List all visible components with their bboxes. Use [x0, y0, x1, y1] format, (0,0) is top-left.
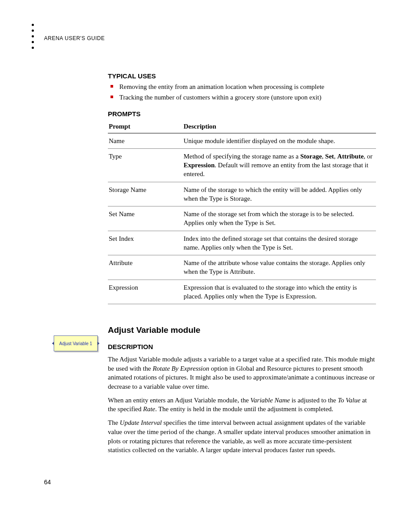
description-paragraph-1: The Adjust Variable module adjusts a var… — [108, 355, 376, 391]
connector-left-icon — [52, 342, 54, 345]
prompt-cell: Type — [108, 148, 183, 182]
adjust-variable-module-icon: Adjust Variable 1 — [54, 335, 98, 351]
prompts-table: Prompt Description Name Unique module id… — [108, 120, 376, 305]
desc-cell: Name of the storage set from which the s… — [183, 206, 376, 231]
col-prompt: Prompt — [108, 120, 183, 133]
desc-cell: Name of the attribute whose value contai… — [183, 255, 376, 280]
list-item: Tracking the number of customers within … — [108, 93, 376, 102]
table-row: Name Unique module identifier displayed … — [108, 133, 376, 148]
prompt-cell: Attribute — [108, 255, 183, 280]
table-row: Set Index Index into the defined storage… — [108, 231, 376, 255]
desc-cell: Expression that is evaluated to the stor… — [183, 280, 376, 304]
prompt-cell: Name — [108, 133, 183, 148]
prompt-cell: Storage Name — [108, 182, 183, 206]
col-description: Description — [183, 120, 376, 133]
desc-cell: Unique module identifier displayed on th… — [183, 133, 376, 148]
description-paragraph-3: The Update Interval specifies the time i… — [108, 418, 376, 455]
table-row: Attribute Name of the attribute whose va… — [108, 255, 376, 280]
page-number: 64 — [44, 479, 51, 486]
table-row: Type Method of specifying the storage na… — [108, 148, 376, 182]
description-paragraph-2: When an entity enters an Adjust Variable… — [108, 396, 376, 414]
table-row: Storage Name Name of the storage to whic… — [108, 182, 376, 206]
list-item: Removing the entity from an animation lo… — [108, 82, 376, 91]
prompt-cell: Expression — [108, 280, 183, 304]
page: ARENA USER'S GUIDE TYPICAL USES Removing… — [0, 0, 420, 512]
table-row: Expression Expression that is evaluated … — [108, 280, 376, 304]
connector-right-icon — [97, 342, 99, 345]
content-column: TYPICAL USES Removing the entity from an… — [108, 72, 376, 455]
desc-cell: Name of the storage to which the entity … — [183, 182, 376, 206]
description-heading: DESCRIPTION — [108, 343, 376, 350]
typical-uses-heading: TYPICAL USES — [108, 72, 376, 80]
running-head: ARENA USER'S GUIDE — [44, 35, 376, 41]
desc-cell: Method of specifying the storage name as… — [183, 148, 376, 182]
running-head-text: ARENA USER'S GUIDE — [44, 35, 105, 41]
module-title: Adjust Variable module — [108, 325, 376, 335]
binding-dots — [32, 20, 34, 52]
module-icon-label: Adjust Variable 1 — [59, 341, 92, 346]
table-row: Set Name Name of the storage set from wh… — [108, 206, 376, 231]
prompts-heading: PROMPTS — [108, 110, 376, 118]
prompt-cell: Set Index — [108, 231, 183, 255]
typical-uses-list: Removing the entity from an animation lo… — [108, 82, 376, 102]
desc-cell: Index into the defined storage set that … — [183, 231, 376, 255]
prompt-cell: Set Name — [108, 206, 183, 231]
